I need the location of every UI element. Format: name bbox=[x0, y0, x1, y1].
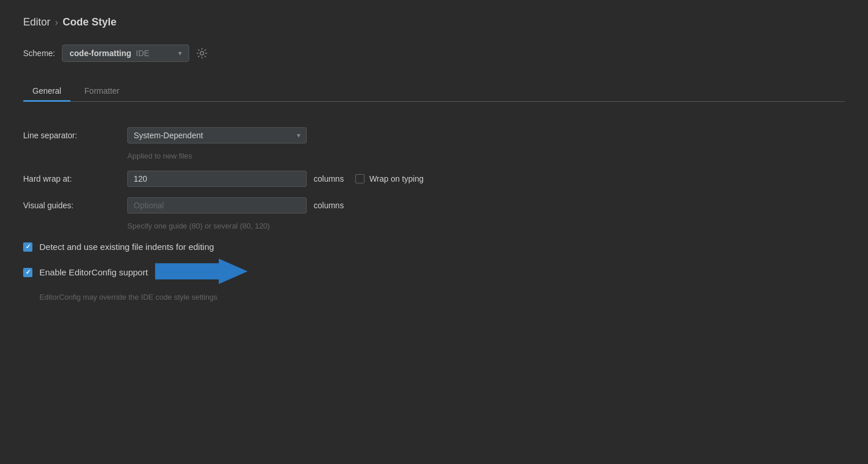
scheme-dropdown[interactable]: code-formatting IDE ▾ bbox=[62, 45, 189, 62]
visual-guides-hint: Specify one guide (80) or several (80, 1… bbox=[127, 222, 845, 230]
settings-section: Line separator: System-Dependent ▾ Appli… bbox=[23, 119, 845, 307]
svg-point-0 bbox=[200, 51, 204, 55]
visual-guides-row: Visual guides: columns bbox=[23, 195, 845, 216]
editorconfig-row: Enable EditorConfig support bbox=[23, 259, 845, 286]
detect-indents-checkbox[interactable] bbox=[23, 242, 32, 252]
scheme-name: code-formatting bbox=[69, 49, 131, 58]
scheme-row: Scheme: code-formatting IDE ▾ bbox=[23, 45, 845, 62]
breadcrumb-current: Code Style bbox=[62, 16, 116, 28]
chevron-down-icon: ▾ bbox=[178, 49, 182, 57]
editorconfig-checkbox[interactable] bbox=[23, 268, 32, 277]
scheme-settings-button[interactable] bbox=[196, 47, 208, 59]
wrap-on-typing-area: Wrap on typing bbox=[355, 174, 424, 183]
hard-wrap-label: Hard wrap at: bbox=[23, 174, 127, 183]
hard-wrap-unit: columns bbox=[314, 174, 344, 183]
tabs: General Formatter bbox=[23, 80, 845, 102]
line-separator-label: Line separator: bbox=[23, 131, 127, 140]
hard-wrap-row: Hard wrap at: columns Wrap on typing bbox=[23, 168, 845, 189]
visual-guides-input[interactable] bbox=[127, 197, 307, 213]
chevron-down-icon: ▾ bbox=[297, 131, 300, 139]
wrap-on-typing-checkbox[interactable] bbox=[355, 174, 365, 183]
wrap-on-typing-label: Wrap on typing bbox=[369, 174, 424, 183]
editorconfig-hint: EditorConfig may override the IDE code s… bbox=[39, 293, 845, 301]
breadcrumb-parent[interactable]: Editor bbox=[23, 16, 50, 28]
visual-guides-label: Visual guides: bbox=[23, 201, 127, 210]
breadcrumb-separator: › bbox=[55, 17, 58, 28]
detect-indents-row: Detect and use existing file indents for… bbox=[23, 242, 845, 252]
editorconfig-section: Enable EditorConfig support EditorConfig… bbox=[23, 259, 845, 301]
svg-marker-1 bbox=[155, 259, 248, 284]
line-separator-dropdown[interactable]: System-Dependent ▾ bbox=[127, 127, 307, 143]
line-separator-hint: Applied to new files bbox=[127, 152, 845, 160]
line-separator-value: System-Dependent bbox=[134, 131, 292, 140]
editorconfig-label: Enable EditorConfig support bbox=[39, 267, 148, 277]
scheme-scope: IDE bbox=[136, 49, 149, 58]
blue-arrow-annotation bbox=[155, 259, 248, 286]
detect-indents-label: Detect and use existing file indents for… bbox=[39, 242, 214, 252]
tab-formatter[interactable]: Formatter bbox=[75, 80, 129, 101]
scheme-label: Scheme: bbox=[23, 49, 55, 58]
hard-wrap-input[interactable] bbox=[127, 171, 307, 187]
line-separator-row: Line separator: System-Dependent ▾ bbox=[23, 125, 845, 146]
breadcrumb: Editor › Code Style bbox=[23, 16, 845, 28]
visual-guides-unit: columns bbox=[314, 201, 344, 210]
tab-general[interactable]: General bbox=[23, 80, 71, 101]
